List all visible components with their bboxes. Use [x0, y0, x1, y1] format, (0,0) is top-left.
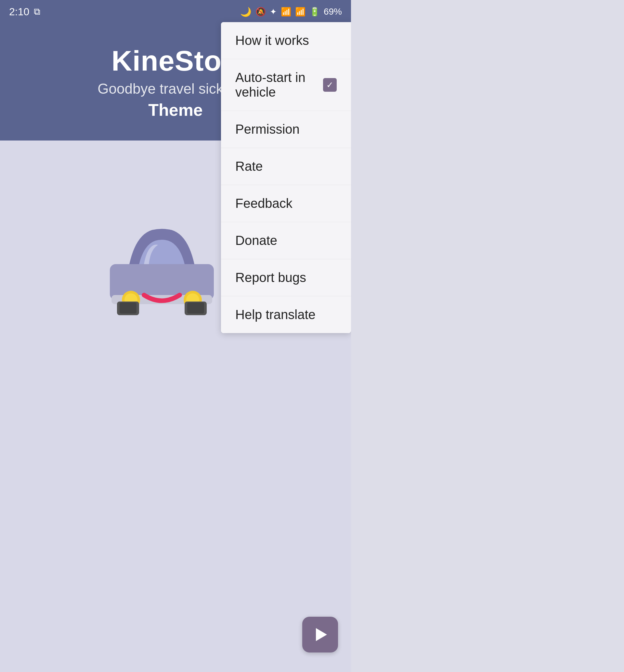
sim-icon: ⧉	[34, 6, 40, 17]
car-illustration	[94, 199, 230, 324]
menu-item-rate[interactable]: Rate	[221, 148, 351, 185]
play-button[interactable]	[302, 617, 338, 652]
menu-item-label-permission: Permission	[235, 122, 300, 136]
battery-percent: 69%	[324, 6, 342, 17]
svg-rect-8	[120, 302, 136, 314]
menu-item-label-report-bugs: Report bugs	[235, 270, 306, 285]
mute-icon: 🔕	[256, 7, 266, 17]
menu-item-label-help-translate: Help translate	[235, 307, 316, 322]
menu-item-report-bugs[interactable]: Report bugs	[221, 259, 351, 296]
menu-item-label-auto-start: Auto-start in vehicle	[235, 70, 323, 100]
menu-item-permission[interactable]: Permission	[221, 111, 351, 148]
bluetooth-icon: ✦	[270, 7, 277, 17]
menu-item-label-rate: Rate	[235, 159, 263, 174]
menu-item-how-it-works[interactable]: How it works	[221, 22, 351, 59]
status-bar: 2:10 ⧉ 🌙 🔕 ✦ 📶 📶 🔋 69%	[0, 0, 351, 23]
signal-icon: 📶	[295, 7, 306, 17]
battery-icon: 🔋	[309, 7, 320, 17]
time-display: 2:10	[9, 6, 29, 18]
menu-item-feedback[interactable]: Feedback	[221, 185, 351, 222]
menu-item-donate[interactable]: Donate	[221, 222, 351, 259]
theme-label: Theme	[148, 100, 203, 120]
dropdown-menu: How it worksAuto-start in vehicle✓Permis…	[221, 22, 351, 333]
wifi-icon: 📶	[281, 7, 291, 17]
status-icons: 🌙 🔕 ✦ 📶 📶 🔋 69%	[240, 6, 342, 17]
menu-item-label-donate: Donate	[235, 233, 277, 248]
menu-item-auto-start[interactable]: Auto-start in vehicle✓	[221, 59, 351, 111]
checkbox-auto-start[interactable]: ✓	[323, 78, 337, 92]
app-title: KineStop	[111, 44, 239, 77]
moon-icon: 🌙	[240, 6, 252, 17]
svg-rect-9	[187, 302, 204, 314]
menu-item-help-translate[interactable]: Help translate	[221, 296, 351, 333]
menu-item-label-how-it-works: How it works	[235, 33, 309, 48]
menu-item-label-feedback: Feedback	[235, 196, 292, 211]
play-icon	[316, 628, 327, 641]
status-time: 2:10 ⧉	[9, 6, 40, 18]
